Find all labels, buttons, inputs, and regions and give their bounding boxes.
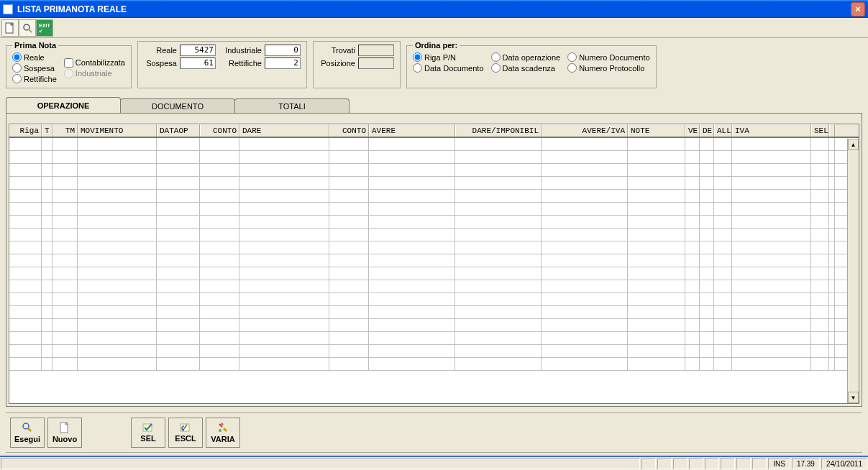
col-movimento[interactable]: MOVIMENTO [78, 124, 157, 137]
radio-industriale: Industriale [64, 69, 125, 78]
col-sel[interactable]: SEL [811, 124, 829, 137]
status-bar: INS 17.39 24/10/2011 [0, 456, 868, 470]
magnifier-icon [22, 23, 32, 33]
radio-riga[interactable]: Riga P/N [413, 52, 484, 62]
table-row[interactable] [9, 177, 859, 190]
nuovo-button[interactable]: Nuovo [47, 418, 82, 448]
radio-num-doc[interactable]: Numero Documento [567, 52, 649, 62]
escl-button[interactable]: ESCL [168, 418, 203, 448]
scroll-down-icon[interactable]: ▼ [848, 392, 859, 403]
col-t[interactable]: T [42, 124, 52, 137]
radio-num-prot[interactable]: Numero Protocollo [567, 63, 649, 73]
table-row[interactable] [9, 241, 859, 254]
table-row[interactable] [9, 293, 859, 306]
esegui-button[interactable]: Esegui [10, 418, 45, 448]
status-message [1, 458, 640, 469]
lbl-posizione: Posizione [319, 59, 355, 68]
prima-nota-group: Prima Nota Reale Sospesa Rettifiche Cont… [6, 41, 132, 88]
search-button[interactable] [19, 19, 36, 37]
ordina-legend: Ordina per: [413, 41, 460, 50]
status-slot5 [705, 458, 719, 469]
table-row[interactable] [9, 345, 859, 358]
table-row[interactable] [9, 319, 859, 332]
tab-totali[interactable]: TOTALI [234, 98, 350, 113]
vertical-scrollbar[interactable]: ▲ ▼ [847, 139, 859, 403]
col-conto[interactable]: CONTO [200, 124, 239, 137]
col-all[interactable]: ALL [714, 124, 732, 137]
table-row[interactable] [9, 332, 859, 345]
val-rettifiche: 2 [265, 57, 301, 69]
svg-line-4 [28, 428, 31, 431]
col-dare[interactable]: DARE [239, 124, 329, 137]
col-avere-iva[interactable]: AVERE/IVA [542, 124, 628, 137]
table-row[interactable] [9, 164, 859, 177]
tab-strip: OPERAZIONE DOCUMENTO TOTALI [0, 97, 868, 113]
table-row[interactable] [9, 267, 859, 280]
status-slot7 [736, 458, 751, 469]
table-row[interactable] [9, 151, 859, 164]
close-button[interactable]: × [851, 2, 865, 17]
scroll-up-icon[interactable]: ▲ [848, 139, 859, 150]
col-riga[interactable]: Riga [9, 124, 42, 137]
table-row[interactable] [9, 254, 859, 267]
sel-button[interactable]: SEL [131, 418, 165, 448]
grid-header: Riga T TM MOVIMENTO DATAOP CONTO DARE CO… [9, 124, 859, 138]
col-dare-imponibil[interactable]: DARE/IMPONIBIL [455, 124, 542, 137]
bottom-bar: Esegui Nuovo SEL ESCL VARIA [6, 413, 862, 453]
col-de[interactable]: DE [700, 124, 714, 137]
check-contabilizzata[interactable]: Contabilizzata [64, 58, 125, 68]
table-row[interactable] [9, 190, 859, 203]
col-conto2[interactable]: CONTO [329, 124, 369, 137]
window-title: LISTA PRIMANOTA REALE [17, 4, 851, 14]
status-slot6 [721, 458, 735, 469]
status-slot1 [641, 458, 656, 469]
prima-nota-legend: Prima Nota [12, 41, 58, 50]
table-row[interactable] [9, 216, 859, 229]
status-slot8 [752, 458, 767, 469]
table-row[interactable] [9, 203, 859, 216]
status-slot3 [673, 458, 687, 469]
svg-line-2 [29, 29, 32, 32]
status-slot4 [689, 458, 703, 469]
radio-sospesa[interactable]: Sospesa [12, 63, 57, 73]
val-posizione [358, 57, 394, 69]
trovati-group: Trovati Posizione [313, 41, 401, 88]
col-avere[interactable]: AVERE [369, 124, 455, 137]
radio-data-op[interactable]: Data operazione [491, 52, 561, 62]
col-ve[interactable]: VE [685, 124, 700, 137]
val-trovati [358, 45, 394, 56]
col-tm[interactable]: TM [52, 124, 78, 137]
counts-group: Reale 5427 Sospesa 61 Industriale 0 Rett… [137, 41, 307, 88]
table-row[interactable] [9, 229, 859, 241]
tab-documento[interactable]: DOCUMENTO [120, 98, 235, 113]
toolbar: EXIT↙ [0, 18, 868, 38]
val-reale: 5427 [180, 45, 216, 56]
exit-button[interactable]: EXIT↙ [36, 19, 53, 37]
col-iva[interactable]: IVA [732, 124, 811, 137]
varia-button[interactable]: VARIA [206, 418, 240, 448]
grid-body[interactable] [9, 138, 859, 403]
document-icon [5, 22, 15, 34]
status-slot2 [657, 458, 672, 469]
table-row[interactable] [9, 306, 859, 319]
status-ins: INS [768, 458, 790, 469]
tab-operazione[interactable]: OPERAZIONE [6, 97, 121, 113]
col-dataop[interactable]: DATAOP [157, 124, 200, 137]
run-icon [22, 422, 33, 433]
lbl-rettifiche: Rettifiche [221, 59, 262, 68]
table-row[interactable] [9, 358, 859, 371]
radio-data-scad[interactable]: Data scadenza [491, 63, 561, 73]
table-row[interactable] [9, 280, 859, 293]
radio-rettifiche[interactable]: Rettifiche [12, 74, 57, 83]
scroll-track[interactable] [848, 150, 859, 392]
exclude-icon [180, 423, 191, 433]
svg-point-8 [219, 429, 221, 432]
lbl-reale: Reale [144, 46, 177, 55]
val-industriale: 0 [265, 45, 301, 56]
table-row[interactable] [9, 138, 859, 151]
new-doc-button[interactable] [1, 19, 19, 37]
col-note[interactable]: NOTE [628, 124, 685, 137]
app-icon [3, 4, 13, 14]
radio-data-doc[interactable]: Data Documento [413, 63, 484, 73]
radio-reale[interactable]: Reale [12, 52, 57, 62]
